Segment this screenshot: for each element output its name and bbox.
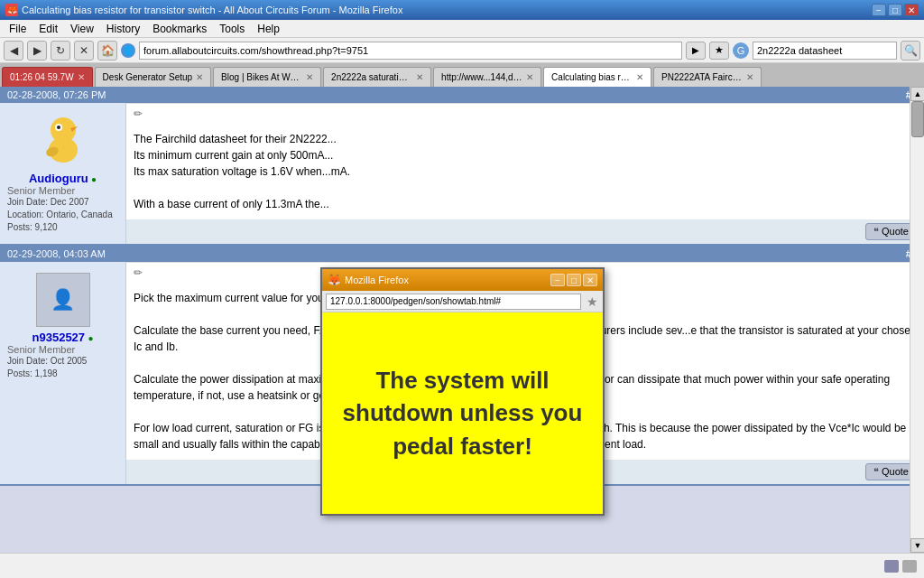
- post-1-posts: Posts: 9,120: [7, 221, 118, 234]
- post-2-rank: Senior Member: [7, 344, 118, 355]
- tab-6-label: Calculating bias resi...: [551, 72, 633, 82]
- address-input[interactable]: [139, 42, 682, 60]
- popup-buttons: − □ ✕: [550, 274, 597, 286]
- post-1-location: Location: Ontario, Canada: [7, 209, 118, 221]
- post-2-header: 02-29-2008, 04:03 AM #7: [0, 246, 924, 262]
- tab-2[interactable]: Desk Generator Setup ✕: [95, 67, 212, 87]
- popup-minimize-button[interactable]: −: [550, 274, 565, 286]
- popup-address-input[interactable]: [326, 294, 581, 310]
- tab-1[interactable]: 01:26 04 59.7W ✕: [2, 67, 93, 87]
- address-bar-container: 🌐 ▶ ★: [121, 42, 729, 60]
- tab-1-close[interactable]: ✕: [78, 72, 85, 82]
- popup-title-left: 🦊 Mozilla Firefox: [328, 274, 409, 286]
- status-right: [884, 560, 917, 573]
- tab-3-close[interactable]: ✕: [306, 72, 313, 82]
- status-icons: [884, 560, 917, 573]
- post-2-user-info: Join Date: Oct 2005 Posts: 1,198: [7, 355, 118, 380]
- post-1-content-area: ✏ The Fairchild datasheet for their 2N22…: [126, 103, 924, 244]
- home-button[interactable]: 🏠: [97, 41, 117, 61]
- post-1-username-container: Audioguru ●: [7, 172, 118, 185]
- post-1: 02-28-2008, 07:26 PM #6: [0, 87, 924, 246]
- tab-5-label: http://www...144,d.aWM: [441, 72, 522, 82]
- post-1-footer: ❝ Quote: [126, 219, 924, 244]
- nav-right: G 🔍: [733, 41, 920, 61]
- browser-content: 02-28-2008, 07:26 PM #6: [0, 87, 924, 553]
- post-2-join-date: Join Date: Oct 2005: [7, 355, 118, 368]
- status-bar: [0, 553, 924, 578]
- close-button[interactable]: ✕: [904, 4, 919, 16]
- tab-4[interactable]: 2n2222a saturation c... ✕: [323, 67, 431, 87]
- scrollbar[interactable]: ▲ ▼: [910, 87, 924, 553]
- tab-7-label: PN2222ATA Fairchild ...: [661, 72, 743, 82]
- post-2-username[interactable]: n9352527: [32, 331, 86, 344]
- post-2-online-indicator: ●: [88, 333, 93, 343]
- tab-7-close[interactable]: ✕: [746, 72, 753, 82]
- forum-page: 02-28-2008, 07:26 PM #6: [0, 87, 924, 553]
- post-1-header: 02-28-2008, 07:26 PM #6: [0, 87, 924, 103]
- tabs-bar: 01:26 04 59.7W ✕ Desk Generator Setup ✕ …: [0, 63, 924, 87]
- post-1-date: 02-28-2008, 07:26 PM: [7, 89, 106, 100]
- addon-icon: [902, 560, 917, 573]
- reload-button[interactable]: ↻: [51, 41, 70, 61]
- back-button[interactable]: ◀: [4, 41, 23, 61]
- tab-4-close[interactable]: ✕: [416, 72, 423, 82]
- tab-2-close[interactable]: ✕: [196, 72, 203, 82]
- post-1-username[interactable]: Audioguru: [29, 172, 88, 185]
- bookmark-star-button[interactable]: ★: [709, 42, 729, 60]
- post-edit-icon: ✏: [134, 107, 143, 120]
- firefox-icon: 🦊: [5, 4, 18, 16]
- post-2-date: 02-29-2008, 04:03 AM: [7, 248, 106, 259]
- post-1-rank: Senior Member: [7, 185, 118, 196]
- restore-button[interactable]: □: [888, 4, 902, 16]
- nav-bar: ◀ ▶ ↻ ✕ 🏠 🌐 ▶ ★ G 🔍: [0, 38, 924, 63]
- popup-title-bar: 🦊 Mozilla Firefox − □ ✕: [322, 269, 603, 291]
- post-1-join-date: Join Date: Dec 2007: [7, 196, 118, 209]
- tab-5[interactable]: http://www...144,d.aWM ✕: [433, 67, 541, 87]
- minimize-button[interactable]: −: [872, 4, 886, 16]
- window-title: Calculating bias resistor for transistor…: [22, 5, 402, 15]
- scrollbar-down-button[interactable]: ▼: [910, 538, 924, 553]
- menu-view[interactable]: View: [65, 21, 99, 37]
- menu-bookmarks[interactable]: Bookmarks: [147, 21, 212, 37]
- forward-button[interactable]: ▶: [27, 41, 47, 61]
- tab-4-label: 2n2222a saturation c...: [331, 72, 412, 82]
- security-icon: [884, 560, 899, 573]
- tab-6[interactable]: Calculating bias resi... ✕: [543, 67, 651, 87]
- tab-1-label: 01:26 04 59.7W: [10, 72, 74, 82]
- post-2-edit-icon: ✏: [134, 266, 143, 279]
- menu-help[interactable]: Help: [252, 21, 285, 37]
- tab-3-label: Blog | Bikes At Work ...: [221, 72, 302, 82]
- title-bar: 🦊 Calculating bias resistor for transist…: [0, 0, 924, 20]
- popup-bookmark-star[interactable]: ★: [585, 294, 599, 309]
- search-input[interactable]: [753, 42, 897, 60]
- tab-5-close[interactable]: ✕: [526, 72, 533, 82]
- menu-history[interactable]: History: [101, 21, 145, 37]
- scrollbar-thumb[interactable]: [911, 101, 924, 137]
- post-1-body: Audioguru ● Senior Member Join Date: Dec…: [0, 103, 924, 244]
- menu-bar: File Edit View History Bookmarks Tools H…: [0, 20, 924, 38]
- menu-edit[interactable]: Edit: [33, 21, 63, 37]
- stop-button[interactable]: ✕: [74, 41, 94, 61]
- popup-content: The system will shutdown unless you peda…: [322, 312, 603, 514]
- post-2-username-container: n9352527 ●: [7, 331, 118, 344]
- go-button[interactable]: ▶: [686, 42, 706, 60]
- user-avatar: [36, 114, 90, 168]
- popup-restore-button[interactable]: □: [567, 274, 581, 286]
- window-controls: − □ ✕: [872, 4, 919, 16]
- post-1-online-indicator: ●: [91, 174, 97, 184]
- popup-firefox-icon: 🦊: [328, 274, 341, 286]
- popup-close-button[interactable]: ✕: [583, 274, 597, 286]
- tab-3[interactable]: Blog | Bikes At Work ... ✕: [213, 67, 321, 87]
- tab-7[interactable]: PN2222ATA Fairchild ... ✕: [653, 67, 762, 87]
- post-2-user-panel: 👤 n9352527 ● Senior Member Join Date: Oc…: [0, 262, 126, 484]
- popup-title-label: Mozilla Firefox: [345, 275, 409, 285]
- menu-tools[interactable]: Tools: [214, 21, 250, 37]
- site-icon: 🌐: [121, 43, 135, 58]
- menu-file[interactable]: File: [4, 21, 32, 37]
- search-button[interactable]: 🔍: [901, 41, 920, 61]
- tab-6-close[interactable]: ✕: [636, 72, 643, 82]
- scrollbar-up-button[interactable]: ▲: [910, 87, 924, 101]
- popup-message: The system will shutdown unless you peda…: [340, 364, 585, 462]
- popup-window: 🦊 Mozilla Firefox − □ ✕ ★ The system wil…: [320, 267, 605, 516]
- quote-icon: ❝: [873, 226, 879, 237]
